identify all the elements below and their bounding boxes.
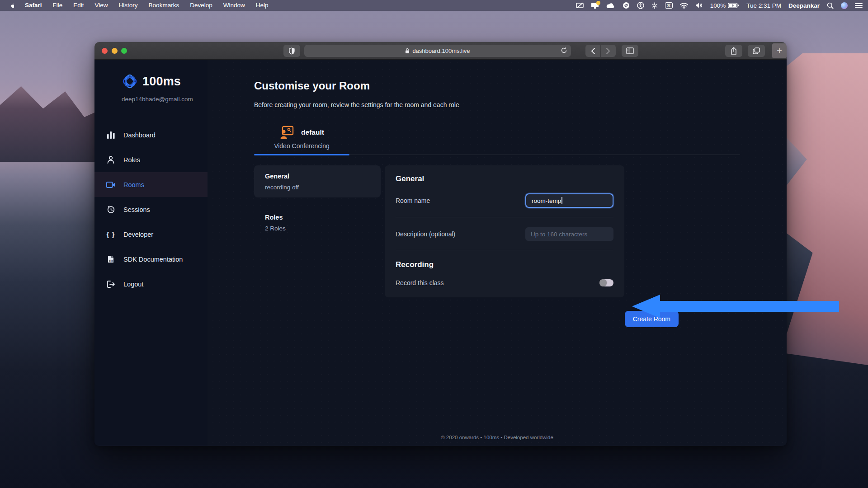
settings-panel: General Room name room-temp Description … bbox=[385, 165, 624, 297]
privacy-shield-button[interactable] bbox=[283, 45, 300, 57]
menu-safari[interactable]: Safari bbox=[20, 0, 47, 11]
main-content: Customise your Room Before creating your… bbox=[208, 60, 787, 446]
keyboard-viewer-icon[interactable]: ⌘ bbox=[665, 2, 673, 9]
shazam-icon[interactable] bbox=[623, 0, 630, 11]
settings-nav-roles[interactable]: Roles 2 Roles bbox=[254, 206, 381, 239]
display-slash-icon[interactable] bbox=[576, 0, 584, 11]
sidebar-item-label: Dashboard bbox=[123, 131, 156, 139]
page-subtitle: Before creating your room, review the se… bbox=[254, 101, 787, 108]
footer-text: © 2020 onwards • 100ms • Developed world… bbox=[208, 435, 787, 440]
macos-menu-bar: Safari File Edit View History Bookmarks … bbox=[0, 0, 868, 11]
menu-develop[interactable]: Develop bbox=[185, 0, 217, 11]
arrow-shaft bbox=[660, 301, 839, 312]
sidebar-toggle-button[interactable] bbox=[622, 45, 638, 57]
bluetooth-icon[interactable] bbox=[651, 0, 658, 11]
back-button[interactable] bbox=[585, 45, 600, 57]
brand[interactable]: 100ms bbox=[94, 73, 208, 89]
description-input[interactable]: Up to 160 characters bbox=[525, 227, 613, 241]
account-email: deep14bhade@gmail.com bbox=[94, 96, 208, 103]
browser-toolbar: dashboard.100ms.live + bbox=[94, 42, 787, 60]
sidebar-item-sdk-documentation[interactable]: DOC SDK Documentation bbox=[94, 247, 208, 272]
record-toggle[interactable] bbox=[599, 279, 613, 286]
sidebar-item-label: Roles bbox=[123, 156, 140, 164]
video-camera-icon bbox=[106, 182, 116, 188]
sidebar-item-sessions[interactable]: Sessions bbox=[94, 197, 208, 222]
presenter-icon bbox=[279, 126, 294, 139]
toggle-knob bbox=[599, 279, 607, 286]
settings-nav-subtitle: recording off bbox=[265, 184, 370, 191]
volume-icon[interactable] bbox=[695, 0, 703, 11]
reload-icon[interactable] bbox=[561, 47, 567, 55]
menu-file[interactable]: File bbox=[48, 0, 68, 11]
battery-icon bbox=[728, 3, 739, 8]
alert-badge bbox=[596, 1, 600, 5]
tab-overview-button[interactable] bbox=[748, 45, 765, 57]
fast-user-switch[interactable]: Deepankar bbox=[788, 2, 820, 9]
room-name-input[interactable]: room-temp bbox=[525, 193, 613, 208]
siri-icon[interactable] bbox=[841, 2, 848, 9]
sidebar-nav: Dashboard Roles Rooms bbox=[94, 122, 208, 296]
dashboard-app: 100ms deep14bhade@gmail.com Dashboard Ro… bbox=[94, 60, 787, 446]
text-caret bbox=[561, 197, 562, 204]
sidebar-item-dashboard[interactable]: Dashboard bbox=[94, 122, 208, 147]
recording-heading: Recording bbox=[396, 260, 613, 269]
annotation-arrow bbox=[632, 295, 839, 318]
room-name-value: room-temp bbox=[532, 197, 561, 204]
new-tab-button[interactable]: + bbox=[772, 43, 787, 58]
sidebar-item-label: Rooms bbox=[123, 181, 144, 188]
divider bbox=[396, 217, 613, 217]
record-class-label: Record this class bbox=[396, 279, 444, 286]
general-heading: General bbox=[396, 174, 613, 183]
notification-center-icon[interactable] bbox=[855, 0, 863, 11]
document-icon: DOC bbox=[106, 255, 116, 263]
close-window-button[interactable] bbox=[102, 48, 108, 54]
sidebar-item-roles[interactable]: Roles bbox=[94, 147, 208, 172]
sidebar-item-label: SDK Documentation bbox=[123, 256, 183, 263]
menu-bookmarks[interactable]: Bookmarks bbox=[144, 0, 184, 11]
accessibility-icon[interactable] bbox=[637, 0, 644, 11]
sidebar-item-rooms[interactable]: Rooms bbox=[94, 172, 208, 197]
wifi-icon[interactable] bbox=[680, 0, 688, 11]
cloud-icon[interactable] bbox=[606, 0, 615, 11]
page-title: Customise your Room bbox=[254, 80, 787, 92]
settings-nav-general[interactable]: General recording off bbox=[254, 165, 381, 197]
bar-chart-icon bbox=[106, 131, 116, 139]
battery-status[interactable]: 100% bbox=[710, 2, 740, 9]
share-button[interactable] bbox=[725, 45, 742, 57]
sidebar-item-developer[interactable]: { } Developer bbox=[94, 222, 208, 247]
minimize-window-button[interactable] bbox=[112, 48, 118, 54]
tab-type-label: Video Conferencing bbox=[274, 142, 330, 150]
apple-menu-icon[interactable] bbox=[5, 2, 19, 9]
settings-nav-title: General bbox=[265, 173, 370, 180]
menu-clock[interactable]: Tue 2:31 PM bbox=[746, 2, 781, 9]
room-name-label: Room name bbox=[396, 197, 430, 204]
sidebar-item-label: Logout bbox=[123, 281, 143, 288]
sidebar-item-label: Developer bbox=[123, 231, 153, 238]
url-text: dashboard.100ms.live bbox=[412, 47, 470, 54]
menu-edit[interactable]: Edit bbox=[68, 0, 89, 11]
safari-window: dashboard.100ms.live + bbox=[94, 42, 787, 446]
spotlight-search-icon[interactable] bbox=[827, 0, 834, 11]
template-tabs: default Video Conferencing bbox=[254, 126, 787, 155]
100ms-logo-icon bbox=[122, 73, 138, 89]
code-braces-icon: { } bbox=[106, 230, 116, 238]
display-alert-icon[interactable] bbox=[591, 0, 599, 11]
zoom-window-button[interactable] bbox=[121, 48, 127, 54]
battery-percent: 100% bbox=[710, 2, 726, 9]
address-bar[interactable]: dashboard.100ms.live bbox=[304, 45, 571, 57]
sidebar-item-logout[interactable]: Logout bbox=[94, 272, 208, 296]
forward-button[interactable] bbox=[601, 45, 616, 57]
tab-default[interactable]: default Video Conferencing bbox=[254, 126, 349, 155]
menu-window[interactable]: Window bbox=[218, 0, 250, 11]
alarm-clock-icon bbox=[106, 206, 116, 213]
lock-icon bbox=[405, 48, 410, 54]
tab-name: default bbox=[301, 128, 324, 136]
settings-nav-subtitle: 2 Roles bbox=[265, 225, 370, 232]
settings-nav-title: Roles bbox=[265, 214, 370, 221]
menu-view[interactable]: View bbox=[90, 0, 113, 11]
active-tab-underline bbox=[254, 154, 349, 155]
menu-history[interactable]: History bbox=[114, 0, 143, 11]
divider bbox=[396, 250, 613, 250]
app-sidebar: 100ms deep14bhade@gmail.com Dashboard Ro… bbox=[94, 60, 208, 446]
menu-help[interactable]: Help bbox=[251, 0, 274, 11]
